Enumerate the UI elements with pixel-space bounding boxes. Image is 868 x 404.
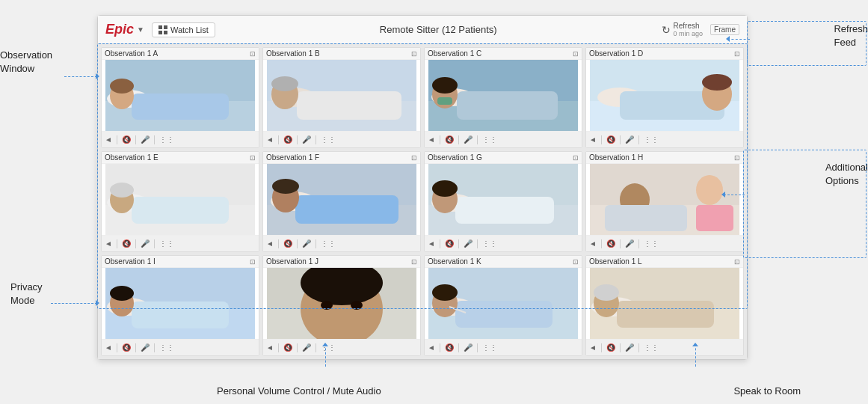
svg-point-46 bbox=[432, 180, 458, 197]
mic-icon-1f[interactable]: 🎤 bbox=[302, 239, 311, 248]
cell-header-1l: Observation 1 L ⊡ bbox=[586, 256, 743, 268]
expand-icon-1c[interactable]: ⊡ bbox=[573, 50, 579, 58]
patient-cell-1d[interactable]: Observation 1 D ⊡ ◄ 🔇 🎤 bbox=[585, 47, 744, 148]
volume-icon-1c[interactable]: ◄ bbox=[428, 135, 435, 144]
expand-icon-1k[interactable]: ⊡ bbox=[573, 258, 579, 266]
volume-icon-1i[interactable]: ◄ bbox=[105, 343, 112, 352]
patient-image-1h bbox=[586, 164, 743, 235]
mic-icon-1l[interactable]: 🎤 bbox=[625, 343, 634, 352]
expand-icon-1b[interactable]: ⊡ bbox=[411, 50, 417, 58]
volume-icon-1a[interactable]: ◄ bbox=[105, 135, 112, 144]
expand-icon-1g[interactable]: ⊡ bbox=[573, 154, 579, 162]
patient-image-1l bbox=[586, 268, 743, 339]
mic-icon-1g[interactable]: 🎤 bbox=[464, 239, 473, 248]
mic-icon-1c[interactable]: 🎤 bbox=[464, 135, 473, 144]
mute-icon-1k[interactable]: 🔇 bbox=[445, 343, 454, 352]
mute-icon-1i[interactable]: 🔇 bbox=[122, 343, 131, 352]
more-icon-1f[interactable]: ⋮⋮ bbox=[321, 239, 336, 248]
cell-label-1f: Observation 1 F bbox=[266, 153, 319, 162]
divider-1-1d bbox=[601, 135, 602, 144]
expand-icon-1h[interactable]: ⊡ bbox=[734, 154, 740, 162]
patient-cell-1g[interactable]: Observation 1 G ⊡ ◄ 🔇 🎤 bbox=[424, 151, 582, 252]
expand-icon-1i[interactable]: ⊡ bbox=[250, 258, 256, 266]
patient-cell-1a[interactable]: Observation 1 A ⊡ ◄ 🔇 bbox=[101, 47, 259, 148]
patient-cell-1k[interactable]: Observation 1 K ⊡ ◄ 🔇 🎤 bbox=[424, 255, 582, 356]
more-icon-1k[interactable]: ⋮⋮ bbox=[482, 343, 497, 352]
more-icon-1e[interactable]: ⋮⋮ bbox=[159, 239, 174, 248]
mute-icon-1e[interactable]: 🔇 bbox=[122, 239, 131, 248]
mute-icon-1d[interactable]: 🔇 bbox=[606, 135, 615, 144]
footer-controls-1e: ◄ 🔇 🎤 ⋮⋮ bbox=[105, 239, 174, 248]
patient-cell-1c[interactable]: Observation 1 C ⊡ ◄ 🔇 🎤 bbox=[424, 47, 582, 148]
watch-list-label: Watch List bbox=[170, 25, 209, 34]
more-icon-1a[interactable]: ⋮⋮ bbox=[159, 135, 174, 144]
mute-icon-1j[interactable]: 🔇 bbox=[283, 343, 292, 352]
more-icon-1d[interactable]: ⋮⋮ bbox=[644, 135, 659, 144]
expand-icon-1l[interactable]: ⊡ bbox=[734, 258, 740, 266]
obs-arrow-line bbox=[64, 76, 97, 77]
watch-list-button[interactable]: Watch List bbox=[152, 22, 215, 37]
volume-icon-1g[interactable]: ◄ bbox=[428, 239, 435, 248]
volume-icon-1d[interactable]: ◄ bbox=[589, 135, 597, 144]
more-icon-1g[interactable]: ⋮⋮ bbox=[482, 239, 497, 248]
expand-icon-1j[interactable]: ⊡ bbox=[411, 258, 417, 266]
expand-icon-1e[interactable]: ⊡ bbox=[250, 154, 256, 162]
cell-header-1d: Observation 1 D ⊡ bbox=[586, 48, 743, 60]
patient-cell-1f[interactable]: Observation 1 F ⊡ ◄ 🔇 🎤 bbox=[262, 151, 421, 252]
volume-icon-1l[interactable]: ◄ bbox=[589, 343, 597, 352]
volume-icon-1e[interactable]: ◄ bbox=[105, 239, 112, 248]
cell-header-1c: Observation 1 C ⊡ bbox=[425, 48, 582, 60]
svg-point-51 bbox=[696, 175, 723, 205]
more-icon-1c[interactable]: ⋮⋮ bbox=[482, 135, 497, 144]
expand-icon-1f[interactable]: ⊡ bbox=[411, 154, 417, 162]
volume-icon-1k[interactable]: ◄ bbox=[428, 343, 435, 352]
cell-footer-1e: ◄ 🔇 🎤 ⋮⋮ bbox=[102, 235, 259, 251]
divider-3-1h bbox=[638, 239, 639, 248]
volume-icon-1h[interactable]: ◄ bbox=[589, 239, 597, 248]
refresh-button[interactable]: ↻ Refresh 0 min ago Frame bbox=[662, 22, 739, 37]
divider-2-1b bbox=[297, 135, 298, 144]
app-window: Epic ▼ Watch List Remote Sitter (12 Pati… bbox=[97, 15, 748, 360]
more-icon-1b[interactable]: ⋮⋮ bbox=[321, 135, 336, 144]
expand-icon-1a[interactable]: ⊡ bbox=[250, 50, 256, 58]
expand-icon-1d[interactable]: ⊡ bbox=[734, 50, 740, 58]
patient-cell-1h[interactable]: Observation 1 H ⊡ ◄ 🔇 🎤 bbox=[585, 151, 744, 252]
patient-image-1g bbox=[425, 164, 582, 235]
mute-icon-1c[interactable]: 🔇 bbox=[445, 135, 454, 144]
more-icon-1i[interactable]: ⋮⋮ bbox=[159, 343, 174, 352]
mic-icon-1i[interactable]: 🎤 bbox=[141, 343, 150, 352]
mic-icon-1h[interactable]: 🎤 bbox=[625, 239, 634, 248]
mic-icon-1b[interactable]: 🎤 bbox=[302, 135, 311, 144]
mute-icon-1f[interactable]: 🔇 bbox=[283, 239, 292, 248]
mute-icon-1l[interactable]: 🔇 bbox=[606, 343, 615, 352]
mic-icon-1e[interactable]: 🎤 bbox=[141, 239, 150, 248]
cell-label-1a: Observation 1 A bbox=[105, 49, 158, 58]
mic-icon-1j[interactable]: 🎤 bbox=[302, 343, 311, 352]
epic-dropdown-icon[interactable]: ▼ bbox=[137, 25, 144, 34]
volume-icon-1j[interactable]: ◄ bbox=[266, 343, 274, 352]
mute-icon-1a[interactable]: 🔇 bbox=[122, 135, 131, 144]
mic-icon-1a[interactable]: 🎤 bbox=[141, 135, 150, 144]
patient-cell-1b[interactable]: Observation 1 B ⊡ ◄ 🔇 🎤 bbox=[262, 47, 421, 148]
more-icon-1h[interactable]: ⋮⋮ bbox=[644, 239, 659, 248]
cell-footer-1j: ◄ 🔇 🎤 ⋮⋮ bbox=[263, 339, 420, 355]
mute-icon-1h[interactable]: 🔇 bbox=[606, 239, 615, 248]
patient-cell-1i[interactable]: Observation 1 I ⊡ ◄ 🔇 🎤 bbox=[101, 255, 259, 356]
svg-point-34 bbox=[110, 183, 134, 198]
patient-cell-1j[interactable]: Observation 1 J ⊡ ◄ 🔇 🎤 bbox=[262, 255, 421, 356]
volume-icon-1b[interactable]: ◄ bbox=[266, 135, 274, 144]
svg-point-15 bbox=[271, 76, 298, 91]
more-icon-1l[interactable]: ⋮⋮ bbox=[644, 343, 659, 352]
mute-icon-1g[interactable]: 🔇 bbox=[445, 239, 454, 248]
patient-cell-1l[interactable]: Observation 1 L ⊡ ◄ 🔇 🎤 bbox=[585, 255, 744, 356]
divider-1-1i bbox=[117, 343, 117, 352]
mute-icon-1b[interactable]: 🔇 bbox=[283, 135, 292, 144]
patient-cell-1e[interactable]: Observation 1 E ⊡ ◄ 🔇 🎤 bbox=[101, 151, 259, 252]
volume-icon-1f[interactable]: ◄ bbox=[266, 239, 274, 248]
svg-point-77 bbox=[594, 284, 619, 301]
cell-header-1e: Observation 1 E ⊡ bbox=[102, 152, 259, 164]
cell-label-1g: Observation 1 G bbox=[428, 153, 482, 162]
mic-icon-1k[interactable]: 🎤 bbox=[464, 343, 473, 352]
more-icon-1j[interactable]: ⋮⋮ bbox=[321, 343, 336, 352]
mic-icon-1d[interactable]: 🎤 bbox=[625, 135, 634, 144]
